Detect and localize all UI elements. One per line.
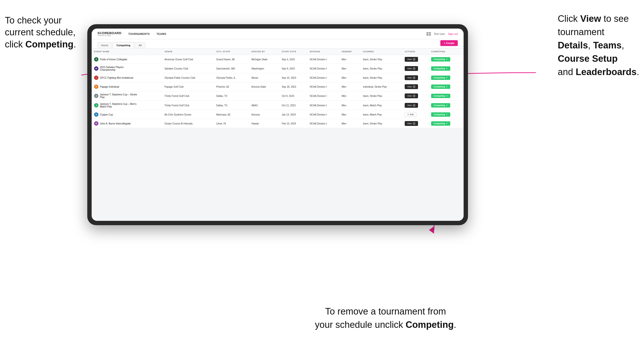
table-row: S Folds of Honor Collegiate American Dun… — [92, 55, 464, 64]
col-hosted-by: HOSTED BY — [249, 48, 279, 55]
start-date-cell: Sep 9, 2023 — [279, 64, 308, 73]
info-icon: ⓘ — [413, 58, 416, 61]
division-cell: NCAA Division I — [307, 55, 339, 64]
event-name: John A. Burns Intercollegiate — [100, 122, 131, 125]
nav-right: Test User Sign out — [426, 32, 458, 36]
event-name-cell: I OFCC Fighting Illini Invitational — [94, 76, 138, 80]
competing-badge[interactable]: Competing — [431, 94, 450, 98]
create-button[interactable]: + Create — [440, 40, 458, 46]
competing-badge[interactable]: Competing — [431, 103, 450, 108]
event-name: Jackson T. Stephens Cup – Stroke Play — [100, 93, 138, 99]
view-button[interactable]: View ⓘ — [405, 121, 418, 126]
edit-button[interactable]: ✏ Edit — [405, 112, 416, 117]
view-button[interactable]: View ⓘ — [405, 93, 418, 98]
start-date-cell: Jan 14, 2024 — [279, 110, 308, 119]
actions-cell: View ⓘ — [402, 82, 429, 91]
hosted-by-cell: Illinois — [249, 73, 279, 82]
event-name-cell: J Jackson T. Stephens Cup – Men's Match … — [94, 103, 138, 108]
actions-cell: ✏ Edit — [402, 110, 429, 119]
event-name-cell: P Papago Individual — [94, 84, 138, 89]
table-row: I OFCC Fighting Illini Invitational Olym… — [92, 73, 464, 82]
hosted-by-cell: Arizona — [249, 110, 279, 119]
col-gender: GENDER — [339, 48, 360, 55]
view-button[interactable]: View ⓘ — [405, 57, 418, 62]
tab-competing[interactable]: Competing — [113, 42, 134, 48]
tab-home[interactable]: Home — [98, 42, 112, 48]
tab-bar: Home Competing All + Create — [92, 39, 464, 48]
gender-cell: Men — [339, 64, 360, 73]
competing-badge[interactable]: Competing — [431, 57, 450, 61]
city-state-cell: Dallas, TX — [214, 101, 249, 110]
team-logo: I — [94, 76, 98, 80]
gender-cell: Men — [339, 82, 360, 91]
division-cell: NCAA Division I — [307, 73, 339, 82]
hosted-by-cell: Washington — [249, 64, 279, 73]
scoring-cell: individual, Stroke Play — [360, 82, 402, 91]
info-icon: ⓘ — [413, 76, 416, 79]
start-date-cell: Feb 15, 2024 — [279, 119, 308, 128]
nav-teams[interactable]: TEAMS — [157, 32, 166, 35]
col-scoring: SCORING — [360, 48, 402, 55]
competing-cell: Competing — [429, 110, 464, 119]
city-state-cell: Phoenix, AZ — [214, 82, 249, 91]
event-name-cell: S Folds of Honor Collegiate — [94, 57, 138, 61]
tabs-left: Home Competing All — [98, 42, 145, 48]
annotation-top-right: Click View to see tournament Details, Te… — [558, 12, 639, 79]
hosted-by-cell — [249, 91, 279, 101]
venue-cell: Olympia Fields Country Club — [162, 73, 214, 82]
hosted-by-cell: ABAC — [249, 101, 279, 110]
info-icon: ⓘ — [413, 104, 416, 107]
col-actions: ACTIONS — [402, 48, 429, 55]
venue-cell: Papago Golf Club — [162, 82, 214, 91]
annotation-top-left: To check your current schedule, click Co… — [5, 14, 76, 50]
team-logo: W — [94, 66, 98, 71]
gender-cell: Men — [339, 101, 360, 110]
competing-badge[interactable]: Competing — [431, 76, 450, 80]
grid-icon — [426, 32, 431, 36]
brand-title: SCOREBOARD — [98, 31, 122, 35]
scoring-cell: team, Stroke Play — [360, 119, 402, 128]
competing-cell: Competing — [429, 119, 464, 128]
event-name-cell: W 2023 Sahalee Players Championship — [94, 66, 138, 71]
venue-cell: Trinity Forest Golf Club — [162, 91, 214, 101]
venue-cell: Trinity Forest Golf Club — [162, 101, 214, 110]
city-state-cell: Lihue, HI — [214, 119, 249, 128]
nav-tournaments[interactable]: TOURNAMENTS — [128, 32, 150, 35]
city-state-cell: Grand Haven, MI — [214, 55, 249, 64]
tablet-screen: SCOREBOARD Powered by clippi TOURNAMENTS… — [92, 28, 464, 221]
user-name: Test User — [434, 32, 445, 35]
tab-all[interactable]: All — [135, 42, 145, 48]
event-name-cell: J Jackson T. Stephens Cup – Stroke Play — [94, 93, 138, 99]
view-button[interactable]: View ⓘ — [405, 84, 418, 89]
col-city-state: CITY, STATE — [214, 48, 249, 55]
division-cell: NCAA Division I — [307, 110, 339, 119]
actions-cell: View ⓘ — [402, 91, 429, 101]
view-button[interactable]: View ⓘ — [405, 66, 418, 71]
division-cell: NCAA Division I — [307, 101, 339, 110]
start-date-cell: Oct 9, 2023 — [279, 91, 308, 101]
scoring-cell: team, Stroke Play — [360, 91, 402, 101]
sign-out-link[interactable]: Sign out — [448, 32, 458, 35]
competing-badge[interactable]: Competing — [431, 84, 450, 89]
event-name-cell: A Copper Cup — [94, 112, 138, 117]
col-division: DIVISION — [307, 48, 339, 55]
scoring-cell: team, Match Play — [360, 101, 402, 110]
city-state-cell: Maricopa, AZ — [214, 110, 249, 119]
info-icon: ⓘ — [413, 67, 416, 70]
division-cell: NCAA Division I — [307, 91, 339, 101]
competing-badge[interactable]: Competing — [431, 112, 450, 117]
competing-cell: Competing — [429, 101, 464, 110]
hosted-by-cell: Hawaii — [249, 119, 279, 128]
table-row: J Jackson T. Stephens Cup – Stroke Play … — [92, 91, 464, 101]
view-button[interactable]: View ⓘ — [405, 75, 418, 80]
competing-cell: Competing — [429, 91, 464, 101]
competing-cell: Competing — [429, 55, 464, 64]
col-start-date: START DATE — [279, 48, 308, 55]
view-button[interactable]: View ⓘ — [405, 103, 418, 108]
competing-badge[interactable]: Competing — [431, 121, 450, 126]
info-icon: ⓘ — [413, 85, 416, 88]
competing-badge[interactable]: Competing — [431, 66, 450, 71]
competing-cell: Competing — [429, 73, 464, 82]
scoring-cell: team, Stroke Play — [360, 55, 402, 64]
scoring-cell: team, Stroke Play — [360, 73, 402, 82]
